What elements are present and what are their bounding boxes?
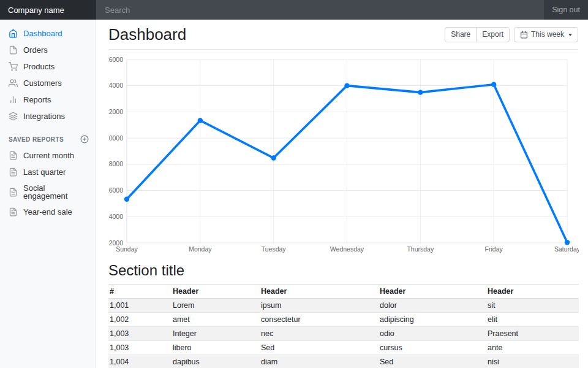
sidebar-item-orders[interactable]: Orders [0,42,96,58]
table-body: 1,001Loremipsumdolorsit1,002ametconsecte… [108,299,579,368]
sign-out-link[interactable]: Sign out [544,0,588,20]
nav-item: Dashboard [0,25,96,42]
calendar-icon [520,31,528,39]
chart-axis-labels: 1200014000160001800020000220002400026000… [108,56,579,253]
top-navbar: Company name Sign out [0,0,588,20]
sidebar: DashboardOrdersProductsCustomersReportsI… [0,20,96,368]
table-row: 1,002ametconsecteturadipiscingelit [108,313,579,327]
saved-reports-header: Saved reports [0,125,96,147]
week-dropdown-label: This week [531,29,564,39]
toolbar: Share Export This week [445,27,578,42]
data-point [344,83,349,88]
share-export-group: Share Export [445,27,510,42]
nav-item: Reports [0,91,96,108]
table-header-cell: Header [260,285,379,299]
table-row: 1,003IntegernecodioPraesent [108,327,579,341]
table-cell: amet [172,313,260,327]
nav-item-label: Dashboard [23,29,62,37]
nav-item: Products [0,58,96,75]
data-point [418,90,423,94]
table-cell: 1,004 [108,355,172,368]
table-cell: odio [379,327,486,341]
table-cell: dapibus [172,355,260,368]
main-content: Dashboard Share Export This week 1200014… [96,20,588,368]
sidebar-nav: DashboardOrdersProductsCustomersReportsI… [0,25,96,125]
layers-icon [9,112,18,121]
table-cell: Praesent [486,327,579,341]
table-cell: cursus [379,341,486,355]
saved-report-last-quarter[interactable]: Last quarter [0,164,96,180]
y-tick-label: 20000 [108,134,123,142]
caret-down-icon [568,34,572,36]
file-text-icon [9,151,18,160]
data-point [491,82,496,87]
y-tick-label: 16000 [108,186,123,194]
x-tick-label: Sunday [116,245,138,253]
shopping-cart-icon [9,62,18,71]
sidebar-item-dashboard[interactable]: Dashboard [0,25,96,42]
table-cell: Sed [379,355,486,368]
y-tick-label: 14000 [108,213,123,220]
data-point [271,155,276,160]
table-cell: Lorem [172,299,260,313]
x-tick-label: Tuesday [262,245,287,253]
nav-item-label: Year-end sale [23,208,72,216]
sidebar-item-reports[interactable]: Reports [0,91,96,108]
table-cell: sit [486,299,579,313]
saved-report-social-engagement[interactable]: Social engagement [0,180,96,204]
table-cell: ante [486,341,579,355]
nav-item-label: Products [23,63,55,71]
data-point [124,196,129,201]
nav-item-label: Social engagement [23,184,87,200]
nav-item: Year-end sale [0,204,96,220]
table-cell: ipsum [260,299,379,313]
brand-link[interactable]: Company name [0,0,96,20]
bar-chart-icon [9,95,18,104]
share-button[interactable]: Share [445,27,477,42]
sidebar-item-integrations[interactable]: Integrations [0,108,96,125]
app-root: Company name Sign out DashboardOrdersPro… [0,0,588,368]
table-header-cell: Header [486,285,579,299]
section-title: Section title [108,262,578,279]
y-tick-label: 18000 [108,160,123,167]
chart-canvas[interactable]: 1200014000160001800020000220002400026000… [108,55,579,255]
home-icon [9,29,18,38]
x-tick-label: Saturday [554,245,579,253]
data-point [565,240,570,245]
table-head: #HeaderHeaderHeaderHeader [108,285,579,299]
x-tick-label: Monday [189,245,212,253]
nav-item: Current month [0,147,96,164]
sidebar-item-products[interactable]: Products [0,58,96,75]
file-text-icon [9,188,18,197]
file-text-icon [9,207,18,217]
table-row: 1,004dapibusdiamSednisi [108,355,579,368]
table-cell: 1,003 [108,341,172,355]
page-header: Dashboard Share Export This week [108,20,578,50]
y-tick-label: 24000 [108,82,123,89]
saved-report-year-end-sale[interactable]: Year-end sale [0,204,96,220]
table-cell: Integer [172,327,260,341]
saved-report-current-month[interactable]: Current month [0,147,96,164]
table-row: 1,001Loremipsumdolorsit [108,299,579,313]
table-cell: 1,001 [108,299,172,313]
table-header-cell: Header [379,285,486,299]
table-cell: 1,003 [108,327,172,341]
data-table: #HeaderHeaderHeaderHeader 1,001Loremipsu… [108,284,579,368]
week-dropdown-button[interactable]: This week [514,27,578,42]
table-header-cell: Header [172,285,260,299]
nav-item-label: Integrations [23,112,65,120]
search-input[interactable] [96,0,544,20]
nav-item-label: Reports [23,96,51,104]
chart-wrap: 1200014000160001800020000220002400026000… [108,55,578,255]
saved-reports-heading: Saved reports [9,136,64,143]
nav-item-label: Last quarter [23,168,66,176]
sidebar-item-customers[interactable]: Customers [0,75,96,91]
content-row: DashboardOrdersProductsCustomersReportsI… [0,20,588,368]
y-tick-label: 26000 [108,56,123,63]
table-cell: nec [260,327,379,341]
plus-circle-icon[interactable] [80,135,89,144]
table-cell: consectetur [260,313,379,327]
export-button[interactable]: Export [476,27,510,42]
table-cell: elit [486,313,579,327]
nav-item: Customers [0,75,96,91]
